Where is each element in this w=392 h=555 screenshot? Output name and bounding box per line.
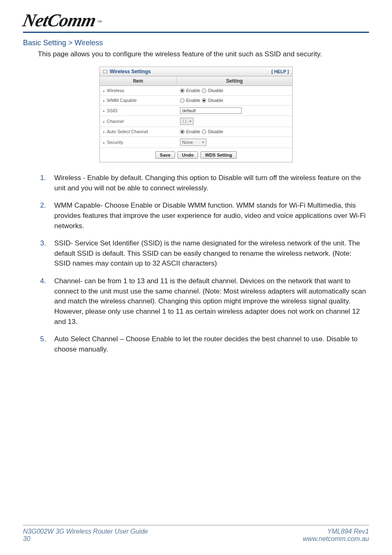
list-number: 3.	[38, 238, 46, 269]
row-security: Security None ▾	[100, 137, 292, 148]
list-item: 4. Channel- can be from 1 to 13 and 11 i…	[38, 276, 369, 327]
radio-label: Enable	[186, 98, 200, 103]
row-label: Security	[100, 138, 177, 146]
row-label: Channel	[100, 117, 177, 125]
col-item-header: Item	[100, 76, 177, 86]
select-value: 11	[182, 119, 187, 124]
radio-label: Disable	[208, 88, 223, 93]
radio-label: Enable	[186, 129, 200, 134]
auto-disable-radio[interactable]	[202, 130, 206, 134]
list-item: 3. SSID- Service Set Identifier (SSID) i…	[38, 238, 369, 269]
save-button[interactable]: Save	[155, 151, 175, 159]
window-icon	[103, 70, 107, 73]
wireless-enable-radio[interactable]	[180, 88, 184, 93]
description-list: 1. Wireless - Enable by default. Changin…	[38, 173, 369, 355]
footer-url: www.netcomm.com.au	[303, 535, 369, 543]
list-text: WMM Capable- Choose Enable or Disable WM…	[54, 201, 369, 231]
list-item: 5. Auto Select Channel – Choose Enable t…	[38, 334, 369, 354]
row-label: SSID	[100, 106, 177, 115]
row-ssid: SSID	[100, 106, 292, 116]
row-channel: Channel 11 ▾	[100, 116, 292, 127]
help-link[interactable]: [ HELP ]	[271, 69, 289, 74]
row-setting	[177, 106, 292, 116]
intro-text: This page allows you to configure the wi…	[38, 50, 369, 59]
wmm-disable-radio[interactable]	[202, 98, 206, 103]
footer-left: N3G002W 3G Wireless Router User Guide 30	[23, 528, 148, 543]
list-number: 4.	[38, 276, 46, 327]
chevron-down-icon: ▾	[202, 140, 204, 144]
radio-label: Disable	[208, 98, 223, 103]
list-item: 2. WMM Capable- Choose Enable or Disable…	[38, 201, 369, 231]
undo-button[interactable]: Undo	[178, 151, 198, 159]
list-item: 1. Wireless - Enable by default. Changin…	[38, 173, 369, 193]
chevron-down-icon: ▾	[189, 119, 191, 123]
row-setting: 11 ▾	[177, 116, 292, 127]
footer-guide-title: N3G002W 3G Wireless Router User Guide	[23, 528, 148, 535]
row-wmm: WMM Capable Enable Disable	[100, 96, 292, 106]
list-text: Auto Select Channel – Choose Enable to l…	[54, 334, 369, 354]
radio-label: Disable	[208, 129, 223, 134]
auto-enable-radio[interactable]	[180, 130, 184, 134]
row-label: WMM Capable	[100, 96, 177, 104]
row-setting: None ▾	[177, 137, 292, 148]
wmm-enable-radio[interactable]	[180, 98, 184, 103]
row-label: Auto Select Channel	[100, 127, 177, 136]
trademark-symbol: ™	[97, 19, 102, 25]
button-row: Save Undo WDS Setting	[100, 148, 292, 162]
channel-select[interactable]: 11 ▾	[180, 118, 194, 125]
panel-header: Wireless Settings [ HELP ]	[100, 67, 292, 76]
row-auto-select: Auto Select Channel Enable Disable	[100, 127, 292, 137]
row-setting: Enable Disable	[177, 96, 292, 104]
list-text: Channel- can be from 1 to 13 and 11 is t…	[54, 276, 369, 327]
page-number: 30	[23, 535, 148, 543]
list-number: 2.	[38, 201, 46, 231]
logo-block: NetComm™	[23, 10, 369, 33]
list-text: Wireless - Enable by default. Changing t…	[54, 173, 369, 193]
breadcrumb: Basic Setting > Wireless	[23, 39, 369, 47]
wireless-settings-panel: Wireless Settings [ HELP ] Item Setting …	[99, 67, 293, 162]
select-value: None	[182, 140, 193, 145]
brand-logo: NetComm	[21, 10, 98, 31]
security-select[interactable]: None ▾	[180, 139, 206, 146]
row-label: Wireless	[100, 86, 177, 95]
panel-title-text: Wireless Settings	[110, 69, 151, 74]
wireless-disable-radio[interactable]	[202, 88, 206, 93]
list-text: SSID- Service Set Identifier (SSID) is t…	[54, 238, 369, 269]
col-setting-header: Setting	[177, 76, 292, 86]
page-footer: N3G002W 3G Wireless Router User Guide 30…	[23, 525, 369, 543]
wds-setting-button[interactable]: WDS Setting	[201, 151, 237, 159]
panel-title: Wireless Settings	[103, 69, 151, 74]
ssid-input[interactable]	[180, 107, 242, 114]
footer-right: YML894 Rev1 www.netcomm.com.au	[303, 528, 369, 543]
row-setting: Enable Disable	[177, 127, 292, 136]
header-divider	[23, 32, 369, 33]
radio-label: Enable	[186, 88, 200, 93]
footer-doc-rev: YML894 Rev1	[303, 528, 369, 535]
list-number: 1.	[38, 173, 46, 193]
row-wireless: Wireless Enable Disable	[100, 86, 292, 96]
list-number: 5.	[38, 334, 46, 354]
row-setting: Enable Disable	[177, 86, 292, 95]
column-headers: Item Setting	[100, 76, 292, 86]
